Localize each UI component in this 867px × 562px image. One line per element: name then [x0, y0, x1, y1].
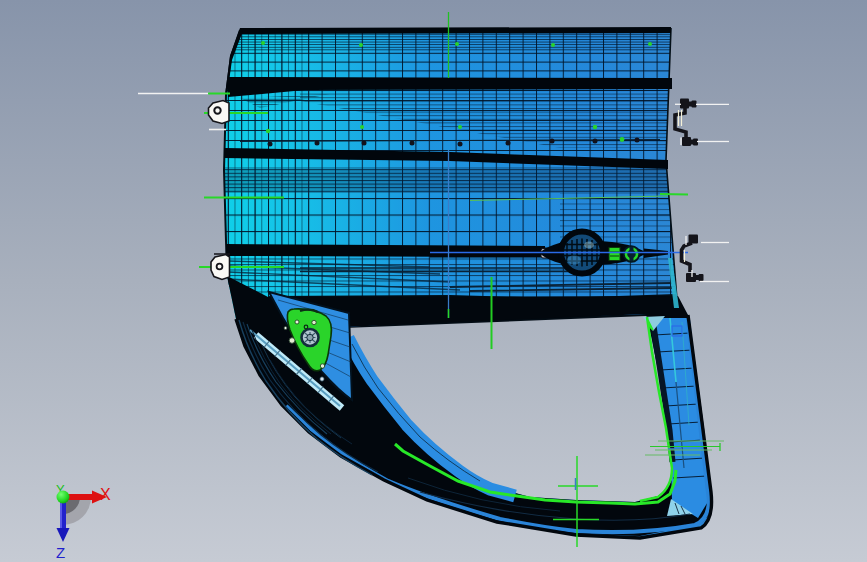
svg-text:Z: Z	[56, 544, 65, 561]
svg-text:X: X	[100, 486, 111, 503]
